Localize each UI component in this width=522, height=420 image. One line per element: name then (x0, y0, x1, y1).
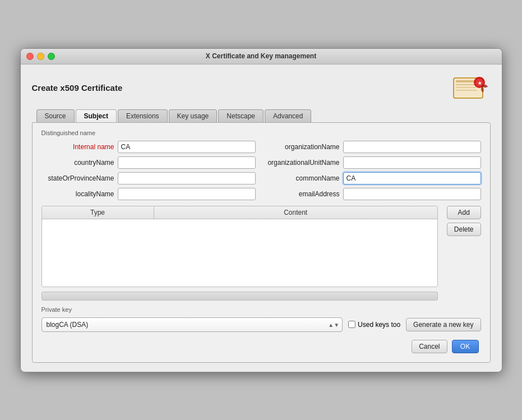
svg-text:★: ★ (477, 81, 482, 86)
country-name-label: countryName (41, 159, 114, 167)
private-key-select-wrapper: blogCA (DSA) ▲▼ (41, 317, 343, 332)
window-title: X Certificate and Key management (206, 52, 316, 60)
state-label: stateOrProvinceName (41, 174, 114, 182)
internal-name-input[interactable] (118, 141, 256, 153)
tab-subject[interactable]: Subject (76, 109, 117, 122)
organization-name-input[interactable] (343, 141, 481, 153)
section-label: Distinguished name (41, 130, 481, 136)
email-label: emailAddress (267, 190, 340, 198)
private-key-section: Private key blogCA (DSA) ▲▼ Used keys to… (41, 306, 481, 332)
close-button[interactable] (26, 53, 34, 60)
org-unit-input[interactable] (343, 156, 481, 169)
delete-button[interactable]: Delete (447, 223, 481, 236)
app-logo: ★ (451, 75, 489, 101)
field-common-name: commonName (267, 172, 481, 184)
add-button[interactable]: Add (447, 206, 481, 219)
column-type: Type (42, 206, 154, 219)
logo-area: ★ (450, 73, 491, 103)
content-area: Create x509 Certificate ★ So (21, 64, 502, 372)
window-controls (26, 53, 55, 60)
tab-advanced[interactable]: Advanced (265, 109, 311, 122)
private-key-label: Private key (41, 306, 481, 313)
field-state: stateOrProvinceName (41, 172, 256, 184)
internal-name-label: Internal name (41, 143, 114, 151)
tab-extensions[interactable]: Extensions (118, 109, 168, 122)
used-keys-label: Used keys too (358, 321, 400, 329)
email-input[interactable] (343, 188, 481, 200)
field-internal-name: Internal name (41, 141, 256, 153)
table-container: Type Content (41, 206, 438, 301)
titlebar: X Certificate and Key management (21, 49, 502, 64)
maximize-button[interactable] (48, 53, 55, 60)
form-panel: Distinguished name Internal name organiz… (32, 122, 491, 363)
table-actions: Add Delete (447, 206, 481, 236)
cancel-button[interactable]: Cancel (412, 340, 447, 353)
page-title: Create x509 Certificate (32, 83, 123, 93)
svg-rect-3 (456, 87, 476, 88)
country-name-input[interactable] (118, 156, 256, 169)
ok-button[interactable]: OK (452, 340, 479, 353)
bottom-bar: Cancel OK (41, 340, 481, 353)
state-input[interactable] (118, 172, 256, 184)
minimize-button[interactable] (37, 53, 44, 60)
org-unit-label: organizationalUnitName (267, 159, 340, 167)
field-country: countryName (41, 156, 256, 169)
table-body[interactable] (42, 219, 437, 287)
tab-source[interactable]: Source (36, 109, 75, 122)
private-key-select[interactable]: blogCA (DSA) (41, 317, 343, 332)
column-content: Content (154, 206, 437, 219)
locality-input[interactable] (118, 188, 256, 200)
tab-netscape[interactable]: Netscape (218, 109, 264, 122)
common-name-input[interactable] (343, 172, 481, 184)
table-section-wrapper: Type Content Add Delete (41, 206, 481, 301)
common-name-label: commonName (267, 174, 340, 182)
header-row: Create x509 Certificate ★ (32, 73, 491, 103)
organization-name-label: organizationName (267, 143, 340, 151)
field-org-unit: organizationalUnitName (267, 156, 481, 169)
field-organization-name: organizationName (267, 141, 481, 153)
tabs-row: Source Subject Extensions Key usage Nets… (32, 109, 491, 122)
used-keys-checkbox[interactable] (348, 321, 355, 328)
field-email: emailAddress (267, 188, 481, 200)
main-window: X Certificate and Key management Create … (20, 48, 502, 372)
table-header: Type Content (42, 206, 437, 219)
fields-grid: Internal name organizationName countryNa… (41, 141, 481, 200)
svg-rect-4 (456, 90, 477, 91)
progress-bar (41, 292, 438, 301)
tab-key-usage[interactable]: Key usage (169, 109, 218, 122)
used-keys-row: Used keys too (348, 321, 400, 329)
generate-key-button[interactable]: Generate a new key (406, 318, 481, 331)
data-table: Type Content (41, 206, 438, 287)
field-locality: localityName (41, 188, 256, 200)
private-key-row: blogCA (DSA) ▲▼ Used keys too Generate a… (41, 317, 481, 332)
locality-label: localityName (41, 190, 114, 198)
